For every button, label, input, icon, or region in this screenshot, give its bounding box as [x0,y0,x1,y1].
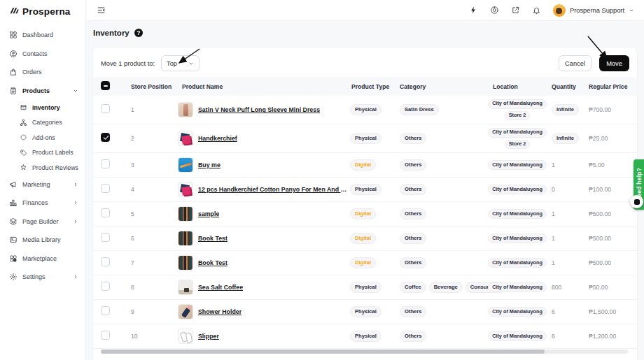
sidebar-item-contacts[interactable]: Contacts [0,45,85,64]
account-name: Prosperna Support [570,7,624,14]
product-thumbnail [178,304,193,319]
product-name-link[interactable]: Book Test [198,259,227,266]
chat-widget-icon[interactable] [630,195,643,208]
product-thumbnail [178,231,193,246]
category-badge: Others [400,208,426,219]
page-builder-icon [9,217,18,226]
product-type-badge: Physical [350,133,382,143]
category-badges: Others [396,208,490,219]
sidebar-item-inventory[interactable]: Inventory [0,100,85,115]
row-checkbox[interactable] [101,184,110,193]
store-position-value: 1 [125,106,178,113]
product-name-link[interactable]: Buy me [198,161,220,168]
quantity-value: 1 [545,235,585,242]
add-ons-icon [20,134,27,141]
sidebar-item-finances[interactable]: Finances [0,194,85,213]
regular-price-value: ₱50.00 [585,284,629,291]
sidebar-item-product-labels[interactable]: Product Labels [0,145,85,161]
category-badges: Others [396,331,490,341]
inventory-table: Store Position Product Name Product Type… [93,77,637,349]
move-destination-select[interactable]: Top [161,55,200,71]
regular-price-value: ₱500.00 [585,210,629,217]
category-badges: Others [396,306,490,317]
products-icon [9,87,18,95]
row-checkbox[interactable] [101,159,110,168]
flash-icon[interactable] [469,6,478,15]
topbar: Prosperna Support [87,0,644,21]
inventory-icon [20,103,27,111]
product-type-badge: Physical [350,331,382,341]
move-button[interactable]: Move [599,55,629,71]
quantity-value: 1 [545,259,585,266]
table-row: 2 Handkerchief Physical Others City of M… [93,124,637,153]
product-name-link[interactable]: Book Test [198,235,227,242]
product-name-link[interactable]: Shower Holder [198,308,241,315]
category-badges: Others [396,159,490,170]
select-all-checkbox[interactable] [101,81,110,90]
row-checkbox[interactable] [101,257,110,266]
location-badge: City of Mandaluyong [488,331,547,341]
product-tour-icon[interactable] [490,6,499,15]
product-name-link[interactable]: 12 pcs Handkerchief Cotton Panyo For Men… [198,186,347,193]
category-badge: Others [400,133,426,143]
move-destination-value: Top [167,60,177,67]
menu-fold-icon[interactable] [97,6,106,15]
category-badge: Others [400,233,426,243]
product-thumbnail [178,157,193,173]
product-type-badge: Digital [350,257,376,268]
location-badges: City of Mandaluyong [490,258,545,268]
sidebar-item-product-reviews[interactable]: Product Reviews [0,160,85,175]
sidebar-item-label: Product Reviews [32,164,78,171]
row-checkbox[interactable] [101,133,110,142]
move-product-label: Move 1 product to: [101,60,155,67]
product-name-link[interactable]: Sea Salt Coffee [198,284,243,291]
sidebar-item-media-library[interactable]: Media Library [0,231,85,250]
location-badge: Store 2 [505,111,531,121]
row-checkbox[interactable] [101,306,110,315]
table-row: 1 Satin V Neck Puff Long Sleeve Mini Dre… [93,96,637,124]
row-checkbox[interactable] [101,282,110,291]
sidebar-item-marketplace[interactable]: Marketplace [0,250,85,268]
sidebar-item-dashboard[interactable]: Dashboard [0,26,85,45]
sidebar-item-label: Dashboard [22,31,78,38]
regular-price-value: ₱5.00 [585,161,629,168]
row-checkbox[interactable] [101,331,110,340]
sidebar-item-orders[interactable]: Orders [0,63,85,82]
sidebar-item-page-builder[interactable]: Page Builder [0,213,85,231]
quantity-value: 1 [545,161,585,168]
table-row: 7 Book Test Digital Others City of Manda… [93,251,637,275]
row-checkbox[interactable] [101,233,110,242]
account-menu[interactable]: Prosperna Support [553,4,634,17]
horizontal-scrollbar[interactable] [101,350,628,354]
table-row: 9 Shower Holder Physical Others City of … [93,300,637,324]
external-link-icon[interactable] [511,6,520,15]
orders-icon [9,68,18,76]
scrollbar-thumb[interactable] [101,350,545,354]
product-name-link[interactable]: sample [198,210,219,217]
table-header: Store Position Product Name Product Type… [93,77,637,96]
sidebar-item-categories[interactable]: Categories [0,115,85,131]
product-name-link[interactable]: Slipper [198,333,219,340]
sidebar-item-add-ons[interactable]: Add-ons [0,130,85,145]
location-badges: City of MandaluyongStore 2 [490,128,545,150]
product-type-badge: Physical [350,306,382,317]
category-badge: Coffee [400,282,426,292]
col-product-type: Product Type [347,83,396,90]
settings-icon [9,273,18,281]
notifications-icon[interactable] [532,6,541,15]
sidebar-item-settings[interactable]: Settings [0,268,85,287]
product-name-link[interactable]: Satin V Neck Puff Long Sleeve Mini Dress [198,106,320,113]
category-badges: CoffeeBeverageConsumable [396,282,490,292]
sidebar-item-marketing[interactable]: Marketing [0,175,85,194]
row-checkbox[interactable] [101,208,110,217]
store-position-value: 7 [125,259,178,266]
product-type-badge: Digital [350,159,376,170]
marketing-icon [9,180,18,189]
help-icon[interactable]: ? [134,29,143,37]
product-name-link[interactable]: Handkerchief [198,135,237,142]
product-reviews-icon [20,164,27,171]
location-badge: City of Mandaluyong [488,128,547,138]
cancel-button[interactable]: Cancel [559,55,592,71]
row-checkbox[interactable] [101,104,110,113]
sidebar-item-products[interactable]: Products [0,82,85,101]
